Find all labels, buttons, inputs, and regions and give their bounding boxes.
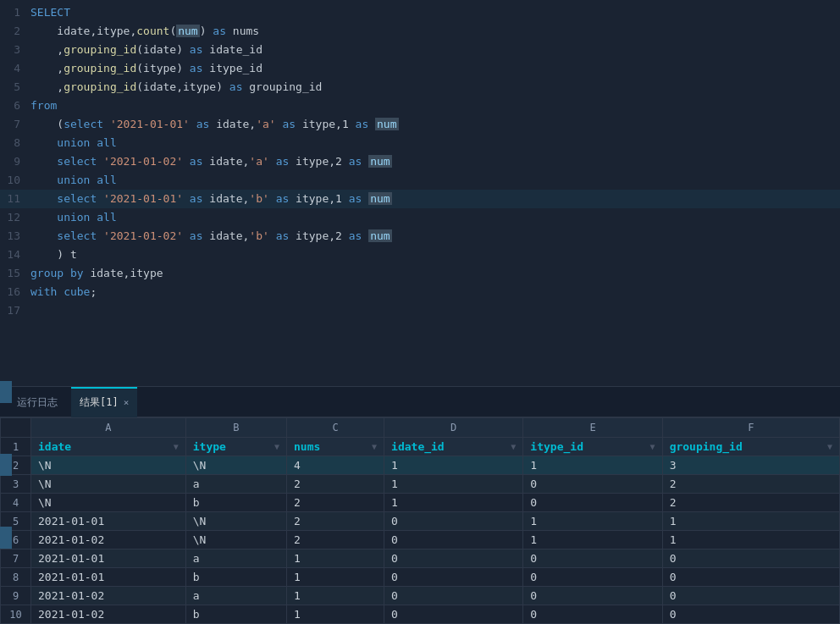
cell-itype: \N bbox=[185, 456, 286, 475]
code-line: 4 ,grouping_id(itype) as itype_id bbox=[0, 59, 840, 78]
cell-idate_id: 0 bbox=[384, 568, 523, 587]
cell-grouping_id: 2 bbox=[662, 494, 839, 512]
cell-idate_id: 0 bbox=[384, 605, 523, 624]
column-header-cell[interactable]: grouping_id ▼ bbox=[662, 438, 839, 456]
col-letter-header: D bbox=[384, 418, 523, 438]
col-letter-header: E bbox=[523, 418, 662, 438]
table-row[interactable]: 3\Na2102 bbox=[1, 475, 840, 494]
col-name: grouping_id bbox=[670, 440, 743, 453]
cell-idate: 2021-01-01 bbox=[31, 549, 186, 568]
line-content: ,grouping_id(idate) as idate_id bbox=[30, 41, 840, 59]
row-number: 7 bbox=[1, 549, 31, 568]
cell-nums: 2 bbox=[287, 531, 384, 549]
column-header-cell[interactable]: idate_id ▼ bbox=[384, 438, 523, 456]
sort-arrow-icon: ▼ bbox=[827, 442, 832, 451]
table-row[interactable]: 72021-01-01a1000 bbox=[1, 549, 840, 568]
code-line: 13 select '2021-01-02' as idate,'b' as i… bbox=[0, 227, 840, 246]
line-number: 4 bbox=[0, 59, 30, 78]
line-number: 1 bbox=[0, 3, 30, 22]
sort-arrow-icon: ▼ bbox=[174, 442, 179, 451]
table-row[interactable]: 102021-01-02b1000 bbox=[1, 605, 840, 624]
cell-grouping_id: 0 bbox=[662, 549, 839, 568]
bottom-panel: 运行日志 结果[1] × ABCDEF1 idate ▼ itype ▼ num… bbox=[0, 386, 840, 624]
line-number: 9 bbox=[0, 152, 30, 171]
marker-3 bbox=[0, 527, 12, 549]
code-line: 10 union all bbox=[0, 171, 840, 190]
table-row[interactable]: 2\N\N4113 bbox=[1, 456, 840, 475]
tab-close-icon[interactable]: × bbox=[124, 397, 130, 408]
code-line: 17 bbox=[0, 301, 840, 320]
cell-nums: 1 bbox=[287, 605, 384, 624]
table-row[interactable]: 4\Nb2102 bbox=[1, 494, 840, 512]
cell-grouping_id: 0 bbox=[662, 587, 839, 605]
line-content: from bbox=[30, 97, 840, 115]
code-line: 2 idate,itype,count(num) as nums bbox=[0, 22, 840, 41]
row-number: 8 bbox=[1, 568, 31, 587]
cell-grouping_id: 1 bbox=[662, 512, 839, 531]
line-content: with cube; bbox=[30, 283, 840, 301]
marker-1 bbox=[0, 381, 12, 403]
sort-arrow-icon: ▼ bbox=[650, 442, 655, 451]
code-line: 8 union all bbox=[0, 134, 840, 152]
line-number: 14 bbox=[0, 246, 30, 264]
cell-itype: b bbox=[185, 494, 286, 512]
cell-idate_id: 1 bbox=[384, 456, 523, 475]
column-header-cell[interactable]: itype ▼ bbox=[185, 438, 286, 456]
cell-idate: \N bbox=[31, 494, 186, 512]
col-name: idate_id bbox=[391, 440, 445, 453]
table-row[interactable]: 52021-01-01\N2011 bbox=[1, 512, 840, 531]
line-content: union all bbox=[30, 171, 840, 190]
code-line: 15group by idate,itype bbox=[0, 264, 840, 283]
line-content: union all bbox=[30, 208, 840, 227]
cell-itype_id: 1 bbox=[523, 531, 662, 549]
line-content: select '2021-01-01' as idate,'b' as ityp… bbox=[30, 190, 840, 208]
marker-2 bbox=[0, 454, 12, 476]
row-number: 10 bbox=[1, 605, 31, 624]
cell-grouping_id: 3 bbox=[662, 456, 839, 475]
table-row[interactable]: 92021-01-02a1000 bbox=[1, 587, 840, 605]
code-line: 1SELECT bbox=[0, 3, 840, 22]
line-number: 16 bbox=[0, 283, 30, 301]
cell-itype: a bbox=[185, 475, 286, 494]
tab-log[interactable]: 运行日志 bbox=[7, 387, 68, 417]
line-number: 13 bbox=[0, 227, 30, 246]
line-content: (select '2021-01-01' as idate,'a' as ity… bbox=[30, 115, 840, 134]
line-content: union all bbox=[30, 134, 840, 152]
col-name: nums bbox=[294, 440, 320, 453]
column-header-cell[interactable]: itype_id ▼ bbox=[523, 438, 662, 456]
code-line: 12 union all bbox=[0, 208, 840, 227]
cell-idate: 2021-01-02 bbox=[31, 531, 186, 549]
line-number: 2 bbox=[0, 22, 30, 41]
cell-nums: 2 bbox=[287, 512, 384, 531]
tab-result-active[interactable]: 结果[1] × bbox=[71, 387, 137, 417]
line-number: 5 bbox=[0, 78, 30, 97]
cell-itype_id: 0 bbox=[523, 475, 662, 494]
line-content: idate,itype,count(num) as nums bbox=[30, 22, 840, 41]
app-container: 1SELECT2 idate,itype,count(num) as nums3… bbox=[0, 0, 840, 624]
line-number: 7 bbox=[0, 115, 30, 134]
line-number: 10 bbox=[0, 171, 30, 190]
cell-idate_id: 1 bbox=[384, 475, 523, 494]
col-letter-header: A bbox=[31, 418, 186, 438]
cell-idate: 2021-01-02 bbox=[31, 605, 186, 624]
line-content: ,grouping_id(itype) as itype_id bbox=[30, 59, 840, 78]
table-row[interactable]: 62021-01-02\N2011 bbox=[1, 531, 840, 549]
code-lines: 1SELECT2 idate,itype,count(num) as nums3… bbox=[0, 3, 840, 320]
code-line: 7 (select '2021-01-01' as idate,'a' as i… bbox=[0, 115, 840, 134]
line-content: ,grouping_id(idate,itype) as grouping_id bbox=[30, 78, 840, 97]
cell-idate: \N bbox=[31, 475, 186, 494]
sort-arrow-icon: ▼ bbox=[372, 442, 377, 451]
cell-itype_id: 0 bbox=[523, 549, 662, 568]
code-line: 9 select '2021-01-02' as idate,'a' as it… bbox=[0, 152, 840, 171]
table-row[interactable]: 82021-01-01b1000 bbox=[1, 568, 840, 587]
cell-itype_id: 0 bbox=[523, 568, 662, 587]
code-line: 11 select '2021-01-01' as idate,'b' as i… bbox=[0, 190, 840, 208]
cell-nums: 1 bbox=[287, 568, 384, 587]
line-number: 3 bbox=[0, 41, 30, 59]
line-content: SELECT bbox=[30, 3, 840, 22]
column-header-cell[interactable]: nums ▼ bbox=[287, 438, 384, 456]
cell-idate: 2021-01-01 bbox=[31, 512, 186, 531]
code-line: 5 ,grouping_id(idate,itype) as grouping_… bbox=[0, 78, 840, 97]
cell-idate_id: 1 bbox=[384, 494, 523, 512]
column-header-cell[interactable]: idate ▼ bbox=[31, 438, 186, 456]
